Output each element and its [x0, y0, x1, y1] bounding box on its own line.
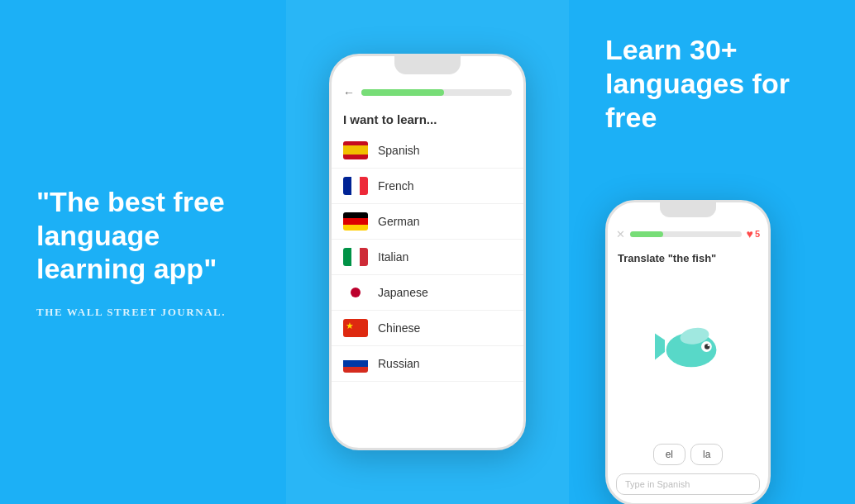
word-buttons-area: el la [608, 439, 768, 470]
language-list: Spanish French German Italian Japanese [332, 133, 523, 448]
language-name-russian: Russian [378, 357, 420, 370]
center-panel: ← I want to learn... Spanish French Germ [286, 0, 569, 504]
flag-germany-icon [343, 212, 368, 231]
attribution-text: THE WALL STREET JOURNAL. [36, 306, 250, 319]
flag-russia-icon [343, 354, 368, 373]
flag-spain-icon [343, 141, 368, 159]
phone-screen: ← I want to learn... Spanish French Germ [332, 56, 523, 448]
language-name-italian: Italian [378, 250, 408, 264]
left-panel: "The best free language learning app" TH… [0, 0, 286, 504]
quote-text: "The best free language learning app" [36, 185, 250, 286]
language-name-japanese: Japanese [378, 286, 428, 299]
language-item-russian[interactable]: Russian [332, 346, 523, 382]
right-progress-bg [630, 231, 742, 237]
heart-badge: ♥ 5 [747, 227, 760, 240]
close-icon[interactable]: ✕ [616, 228, 625, 240]
back-arrow-icon[interactable]: ← [343, 86, 355, 99]
center-phone: ← I want to learn... Spanish French Germ [329, 54, 526, 450]
right-progress-fill [630, 231, 663, 237]
progress-bar-background [361, 89, 512, 96]
heart-icon: ♥ [747, 227, 753, 240]
translate-prompt: Translate "the fish" [608, 245, 768, 268]
flag-france-icon [343, 177, 368, 195]
fish-illustration [655, 326, 721, 380]
svg-marker-0 [655, 334, 665, 360]
flag-italy-icon [343, 248, 368, 266]
language-item-french[interactable]: French [332, 169, 523, 204]
type-in-spanish-input[interactable]: Type in Spanish [616, 473, 760, 495]
right-phone-wrapper: ✕ ♥ 5 Translate "the fish" [605, 200, 819, 504]
flag-china-icon [343, 319, 368, 337]
right-phone-notch [660, 202, 716, 217]
flag-japan-icon [343, 283, 368, 302]
phone-title: I want to learn... [332, 104, 523, 133]
language-name-spanish: Spanish [378, 144, 420, 157]
language-item-italian[interactable]: Italian [332, 240, 523, 275]
language-name-french: French [378, 179, 414, 193]
word-option-la[interactable]: la [690, 444, 723, 465]
word-option-el[interactable]: el [653, 444, 685, 465]
right-heading: Learn 30+ languages for free [605, 33, 819, 134]
right-panel: Learn 30+ languages for free ✕ ♥ 5 Trans… [569, 0, 855, 504]
phone-notch [394, 56, 461, 74]
heart-count: 5 [755, 229, 760, 239]
language-item-japanese[interactable]: Japanese [332, 275, 523, 311]
right-screen: ✕ ♥ 5 Translate "the fish" [608, 202, 768, 503]
svg-point-5 [708, 345, 709, 346]
right-phone: ✕ ♥ 5 Translate "the fish" [605, 200, 771, 504]
fish-area [608, 268, 768, 439]
language-name-german: German [378, 215, 420, 228]
progress-bar-fill [361, 89, 444, 96]
phone-header: ← [332, 79, 523, 104]
language-item-spanish[interactable]: Spanish [332, 133, 523, 169]
language-item-chinese[interactable]: Chinese [332, 311, 523, 346]
right-phone-header: ✕ ♥ 5 [608, 222, 768, 245]
language-name-chinese: Chinese [378, 321, 420, 335]
language-item-german[interactable]: German [332, 204, 523, 240]
